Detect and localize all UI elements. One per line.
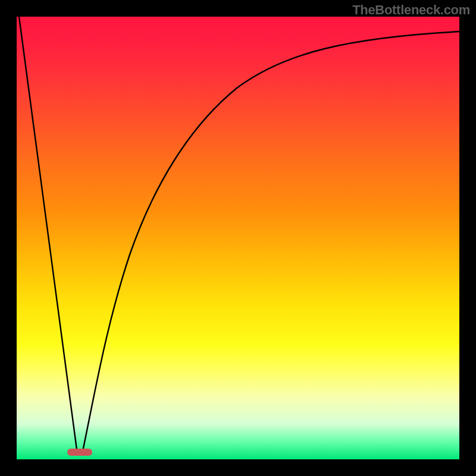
curve-right bbox=[82, 32, 459, 454]
gradient-plot-area bbox=[17, 17, 459, 459]
chart-frame: TheBottleneck.com bbox=[0, 0, 476, 476]
curve-left bbox=[19, 17, 77, 454]
optimal-marker bbox=[67, 449, 92, 456]
chart-curve bbox=[17, 17, 459, 459]
source-watermark: TheBottleneck.com bbox=[352, 2, 470, 18]
